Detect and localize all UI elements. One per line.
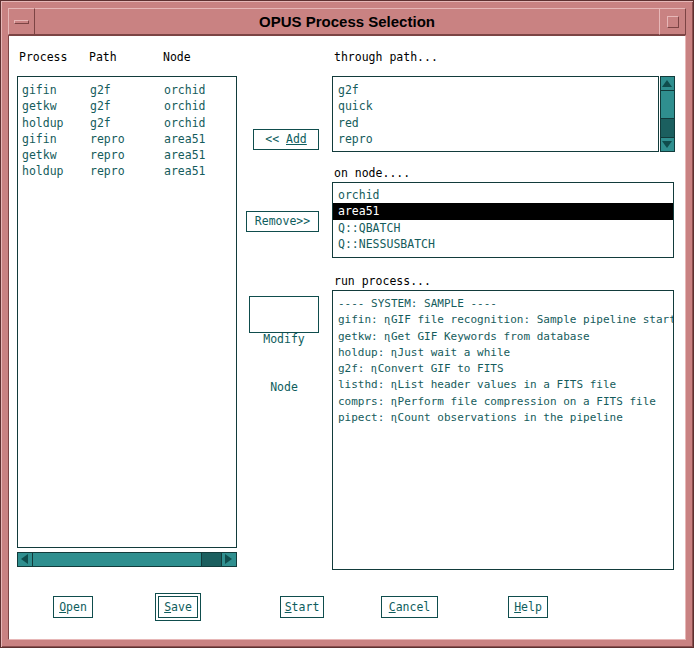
main-content: Process Path Node gifin g2f orchid getkw… — [8, 35, 686, 640]
cancel-button[interactable]: Cancel — [381, 596, 438, 618]
scroll-down-arrow-icon[interactable] — [661, 137, 674, 151]
column-header-path: Path — [89, 50, 117, 64]
run-process-item[interactable]: pipect: ɳCount observations in the pipel… — [333, 410, 673, 426]
title-bar[interactable]: OPUS Process Selection — [8, 8, 686, 35]
remove-button[interactable]: Remove>> — [246, 211, 319, 232]
on-node-label: on node.... — [334, 166, 410, 180]
run-process-item[interactable]: ---- SYSTEM: SAMPLE ---- — [333, 296, 673, 312]
help-button[interactable]: Help — [508, 596, 548, 618]
process-list-row[interactable]: gifin repro area51 — [18, 131, 236, 147]
run-process-item[interactable]: holdup: ɳJust wait a while — [333, 345, 673, 361]
window-menu-icon — [14, 20, 29, 24]
through-path-list[interactable]: g2f quick red repro — [332, 76, 659, 152]
window-menu-button[interactable] — [8, 8, 35, 35]
scroll-up-arrow-icon[interactable] — [661, 77, 674, 91]
v-scrollbar-thumb[interactable] — [661, 91, 674, 119]
run-process-item[interactable]: listhd: ɳList header values in a FITS fi… — [333, 377, 673, 393]
on-node-list[interactable]: orchid area51 Q::QBATCH Q::NESSUSBATCH — [332, 182, 674, 258]
modify-node-button[interactable]: Modify Node — [249, 296, 319, 333]
process-list-row[interactable]: getkw repro area51 — [18, 147, 236, 163]
on-node-item[interactable]: area51 — [333, 203, 673, 219]
process-list-h-scrollbar[interactable] — [17, 552, 237, 567]
h-scrollbar-thumb[interactable] — [33, 553, 202, 566]
process-list-row[interactable]: getkw g2f orchid — [18, 98, 236, 114]
through-path-item[interactable]: quick — [333, 98, 658, 114]
process-list-row[interactable]: gifin g2f orchid — [18, 82, 236, 98]
run-process-item[interactable]: getkw: ɳGet GIF Keywords from database — [333, 329, 673, 345]
on-node-item[interactable]: Q::NESSUSBATCH — [333, 236, 673, 252]
run-process-list[interactable]: ---- SYSTEM: SAMPLE ---- gifin: ɳGIF fil… — [332, 290, 674, 570]
through-path-item[interactable]: red — [333, 115, 658, 131]
process-list-row[interactable]: holdup repro area51 — [18, 163, 236, 179]
run-process-item[interactable]: comprs: ɳPerform file compression on a F… — [333, 394, 673, 410]
on-node-item[interactable]: Q::QBATCH — [333, 220, 673, 236]
through-path-item[interactable]: g2f — [333, 82, 658, 98]
through-path-label: through path... — [334, 50, 438, 64]
column-header-node: Node — [163, 50, 191, 64]
through-path-v-scrollbar[interactable] — [660, 76, 675, 152]
process-list-row[interactable]: holdup g2f orchid — [18, 115, 236, 131]
open-button[interactable]: Open — [53, 596, 93, 618]
scroll-left-arrow-icon[interactable] — [18, 553, 33, 566]
window-maximize-icon — [667, 16, 679, 28]
run-process-label: run process... — [334, 274, 431, 288]
process-list[interactable]: gifin g2f orchid getkw g2f orchid holdup… — [17, 76, 237, 548]
window-title: OPUS Process Selection — [35, 9, 659, 35]
opus-process-selection-window: OPUS Process Selection Process Path Node… — [0, 0, 694, 648]
save-button[interactable]: Save — [158, 596, 198, 618]
scroll-right-arrow-icon[interactable] — [221, 553, 236, 566]
through-path-item[interactable]: repro — [333, 131, 658, 147]
run-process-item[interactable]: g2f: ɳConvert GIF to FITS — [333, 361, 673, 377]
start-button[interactable]: Start — [280, 596, 324, 618]
run-process-item[interactable]: gifin: ɳGIF file recognition: Sample pip… — [333, 312, 673, 328]
window-maximize-button[interactable] — [659, 8, 686, 35]
on-node-item[interactable]: orchid — [333, 187, 673, 203]
add-button[interactable]: << Add — [253, 129, 319, 150]
column-header-process: Process — [19, 50, 67, 64]
title-bar-drag-area[interactable]: OPUS Process Selection — [35, 8, 659, 35]
